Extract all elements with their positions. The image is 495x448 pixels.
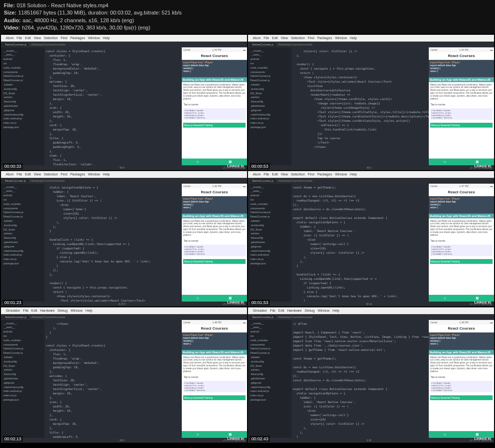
menubar[interactable]: AtomFileEditViewSelectionFindPackagesWin… bbox=[248, 171, 494, 178]
settings-icon[interactable]: ▦ bbox=[476, 160, 479, 164]
file-tree-item[interactable]: NativeCourses.js bbox=[249, 74, 290, 78]
file-tree-item[interactable]: __tests__ bbox=[2, 325, 43, 330]
file-tree-item[interactable]: index.android.js bbox=[249, 116, 290, 121]
menu-window[interactable]: Window bbox=[88, 36, 100, 40]
file-tree-item[interactable]: DS_Store bbox=[2, 364, 43, 368]
file-tree-item[interactable]: ios bbox=[249, 334, 290, 338]
file-tree-item[interactable]: .gitattributes bbox=[2, 104, 43, 108]
file-tree-item[interactable]: .watchmanconfig bbox=[249, 385, 290, 390]
menu-selection[interactable]: Selection bbox=[44, 36, 58, 40]
file-tree[interactable]: __mocks____tests__androidiosnode_modules… bbox=[1, 320, 44, 438]
file-tree-item[interactable]: .gitignore bbox=[2, 245, 43, 249]
file-tree-item[interactable]: .watchmanconfig bbox=[249, 249, 290, 253]
file-tree-item[interactable]: .gitignore bbox=[2, 381, 43, 385]
settings-icon[interactable]: ▦ bbox=[476, 296, 479, 300]
file-tree-item[interactable]: __tests__ bbox=[249, 189, 290, 193]
file-tree-item[interactable]: package.json bbox=[2, 398, 43, 402]
file-tree-item[interactable]: ios bbox=[2, 334, 43, 338]
file-tree-item[interactable]: __mocks__ bbox=[249, 185, 290, 189]
settings-icon[interactable]: ▦ bbox=[229, 296, 232, 300]
menu-help[interactable]: Help bbox=[103, 36, 110, 40]
file-tree-item[interactable]: .eslintrc bbox=[249, 368, 290, 372]
file-tree-item[interactable]: node_modules bbox=[249, 338, 290, 343]
file-tree-item[interactable]: node_modules bbox=[249, 202, 290, 206]
essential-card[interactable]: React.js Essential Training bbox=[183, 123, 246, 128]
file-tree-item[interactable]: ReactCourses.js bbox=[2, 78, 43, 83]
home-icon[interactable]: ⌂ bbox=[197, 296, 199, 300]
file-tree-item[interactable]: .watchmanconfig bbox=[2, 113, 43, 117]
file-tree-item[interactable]: .babelrc bbox=[249, 219, 290, 223]
file-tree-item[interactable]: node_modules bbox=[2, 202, 43, 206]
menu-find[interactable]: Find bbox=[61, 36, 68, 40]
file-tree-item[interactable]: .buckconfig bbox=[249, 87, 290, 91]
file-tree-item[interactable]: DS_Store bbox=[2, 228, 43, 232]
menubar[interactable]: SimulatorFileEditHardwareDebugWindowHelp bbox=[1, 307, 247, 314]
file-tree-item[interactable]: components bbox=[2, 343, 43, 347]
file-tree-item[interactable]: __mocks__ bbox=[249, 49, 290, 53]
file-tree-item[interactable]: .gitattributes bbox=[249, 240, 290, 245]
code-editor[interactable]: </View> ); } } const styles = StyleSheet… bbox=[44, 320, 182, 438]
file-tree-item[interactable]: components bbox=[2, 70, 43, 74]
file-tree-item[interactable]: package.json bbox=[249, 261, 290, 266]
file-tree-item[interactable]: .watchmanconfig bbox=[249, 113, 290, 117]
file-tree-item[interactable]: .babelrc bbox=[249, 355, 290, 360]
file-tree-item[interactable]: ios bbox=[249, 61, 290, 66]
file-tree-item[interactable]: ReactCourses.js bbox=[249, 351, 290, 355]
code-editor[interactable]: style={{ color: tintColor }} /> }, rende… bbox=[291, 47, 429, 165]
file-tree-item[interactable]: .gitattributes bbox=[2, 240, 43, 245]
tap-link[interactable]: Tap to course bbox=[182, 102, 247, 107]
file-tree-item[interactable]: node_modules bbox=[2, 66, 43, 70]
home-icon[interactable]: ⌂ bbox=[444, 433, 446, 436]
file-tree-item[interactable]: .babelrc bbox=[2, 219, 43, 223]
file-tree-item[interactable]: __mocks__ bbox=[249, 321, 290, 326]
file-tree-item[interactable]: .flowconfig bbox=[2, 372, 43, 376]
file-tree-item[interactable]: .eslintrc bbox=[249, 231, 290, 236]
menu-file[interactable]: File bbox=[16, 36, 22, 40]
file-tree[interactable]: __mocks____tests__androidiosnode_modules… bbox=[1, 47, 44, 165]
file-tree-item[interactable]: components bbox=[249, 70, 290, 74]
file-tree-item[interactable]: ios bbox=[2, 198, 43, 202]
file-tree-item[interactable]: package.json bbox=[249, 398, 290, 402]
file-tree-item[interactable]: .flowconfig bbox=[249, 372, 290, 376]
file-tree-item[interactable]: .buckconfig bbox=[2, 87, 43, 91]
file-tree-item[interactable]: .flowconfig bbox=[249, 100, 290, 104]
file-tree-item[interactable]: index.ios.js bbox=[2, 257, 43, 261]
file-tree-item[interactable]: package.json bbox=[2, 125, 43, 130]
file-tree-item[interactable]: NativeCourses.js bbox=[2, 210, 43, 215]
file-tree-item[interactable]: .watchmanconfig bbox=[2, 249, 43, 253]
file-tree-item[interactable]: node_modules bbox=[249, 66, 290, 70]
file-tree-item[interactable]: components bbox=[2, 206, 43, 211]
menu-atom[interactable]: Atom bbox=[6, 36, 14, 40]
file-tree-item[interactable]: .buckconfig bbox=[2, 360, 43, 364]
file-tree-item[interactable]: NativeCourses.js bbox=[249, 210, 290, 215]
file-tree-item[interactable]: ios bbox=[249, 198, 290, 202]
file-tree-item[interactable]: DS_Store bbox=[249, 228, 290, 232]
tab-native[interactable]: NativeCourses.js bbox=[3, 43, 29, 46]
file-tree-item[interactable]: .buckconfig bbox=[2, 223, 43, 228]
file-tree[interactable]: __mocks____tests__androidiosnode_modules… bbox=[1, 184, 44, 302]
file-tree-item[interactable]: android bbox=[2, 330, 43, 334]
file-tree-item[interactable]: DS_Store bbox=[2, 91, 43, 96]
file-tree-item[interactable]: index.android.js bbox=[2, 253, 43, 257]
file-tree-item[interactable]: .gitignore bbox=[2, 108, 43, 113]
home-icon[interactable]: ⌂ bbox=[444, 296, 446, 300]
file-tree-item[interactable]: .gitattributes bbox=[2, 376, 43, 381]
file-tree-item[interactable]: .eslintrc bbox=[2, 95, 43, 100]
settings-icon[interactable]: ▦ bbox=[229, 433, 232, 436]
home-icon[interactable]: ⌂ bbox=[444, 160, 446, 163]
file-tree-item[interactable]: components bbox=[249, 343, 290, 347]
file-tree-item[interactable]: .eslintrc bbox=[2, 368, 43, 372]
file-tree-item[interactable]: package.json bbox=[2, 261, 43, 266]
file-tree-item[interactable]: components bbox=[249, 206, 290, 211]
file-tree-item[interactable]: ReactCourses.js bbox=[2, 351, 43, 355]
file-tree-item[interactable]: node_modules bbox=[2, 338, 43, 343]
code-editor[interactable]: const theme = getTheme(); const ds = new… bbox=[291, 184, 429, 302]
file-tree-item[interactable]: ReactCourses.js bbox=[2, 215, 43, 219]
menu-packages[interactable]: Packages bbox=[70, 36, 85, 40]
menu-edit[interactable]: Edit bbox=[25, 36, 31, 40]
file-tree-item[interactable]: index.android.js bbox=[249, 253, 290, 257]
file-tree-item[interactable]: index.android.js bbox=[249, 389, 290, 393]
file-tree-item[interactable]: NativeCourses.js bbox=[249, 347, 290, 351]
settings-icon[interactable]: ▦ bbox=[229, 160, 232, 164]
file-tree-item[interactable]: .watchmanconfig bbox=[2, 385, 43, 390]
